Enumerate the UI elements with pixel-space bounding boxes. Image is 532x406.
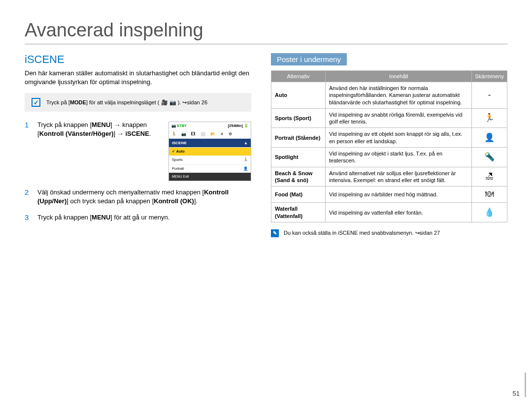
spotlight-icon: 🔦	[472, 148, 507, 167]
ds-row-auto: ✓ Auto	[169, 147, 251, 156]
left-column: iSCENE Den här kameran ställer automatis…	[25, 53, 251, 237]
step-body: Välj önskad undermeny och menyalternativ…	[37, 188, 251, 206]
options-table: Alternativ Innehåll Skärmmeny Auto Använ…	[271, 70, 507, 222]
ds-exit: MENU Exit	[169, 173, 251, 181]
step-number: 1	[25, 121, 31, 181]
page-number: 51	[513, 373, 526, 397]
intro-text: Den här kameran ställer automatiskt in s…	[25, 69, 251, 86]
step-number: 2	[25, 188, 31, 206]
sports-icon: 🏃	[472, 108, 507, 128]
tip-check-icon: ✓	[32, 98, 40, 107]
steps-list: 1 📷 STBY [254Min] 🔋 🏃 📷 🎞 ⬜ 📂 ☀ ⚙ iSCENE	[25, 121, 251, 222]
waterfall-icon: 💧	[472, 203, 507, 222]
table-row: Beach & Snow (Sand & snö) Använd alterna…	[271, 167, 507, 187]
step-1: 1 📷 STBY [254Min] 🔋 🏃 📷 🎞 ⬜ 📂 ☀ ⚙ iSCENE	[25, 121, 251, 181]
food-icon: 🍽	[472, 187, 507, 203]
table-row: Portrait (Stående) Vid inspelning av ett…	[271, 128, 507, 148]
table-row: Waterfall (Vattenfall) Vid inspelning av…	[271, 203, 507, 222]
page-title: Avancerad inspelning	[25, 20, 507, 41]
ds-row-sports: Sports🏃	[169, 156, 251, 164]
col-skarmmeny: Skärmmeny	[472, 71, 507, 82]
step-2: 2 Välj önskad undermeny och menyalternat…	[25, 188, 251, 206]
ds-row-portrait: Portrait👤	[169, 164, 251, 173]
step-3: 3 Tryck på knappen [MENU] för att gå ur …	[25, 213, 251, 222]
note-text: Du kan också ställa in iSCENE med snabbv…	[284, 230, 440, 236]
col-innehall: Innehåll	[326, 71, 472, 82]
note-row: ✎ Du kan också ställa in iSCENE med snab…	[271, 229, 507, 237]
section-heading: iSCENE	[25, 53, 251, 66]
device-screen-illustration: 📷 STBY [254Min] 🔋 🏃 📷 🎞 ⬜ 📂 ☀ ⚙ iSCENE ▲…	[168, 122, 251, 181]
tip-text: Tryck på [MODE] för att välja inspelning…	[46, 99, 207, 106]
ds-icon-row: 🏃 📷 🎞 ⬜ 📂 ☀ ⚙	[169, 130, 251, 139]
title-bar: Avancerad inspelning	[25, 20, 507, 44]
step-body: 📷 STBY [254Min] 🔋 🏃 📷 🎞 ⬜ 📂 ☀ ⚙ iSCENE ▲…	[37, 121, 251, 181]
step-number: 3	[25, 213, 31, 222]
col-alternativ: Alternativ	[271, 71, 326, 82]
portrait-icon: 👤	[472, 128, 507, 148]
table-row: Spotlight Vid inspelning av objekt i sta…	[271, 148, 507, 167]
scene-icon: -	[472, 82, 507, 109]
table-row: Auto Använd den här inställningen för no…	[271, 82, 507, 109]
table-row: Food (Mat) Vid inspelning av närbilder m…	[271, 187, 507, 203]
table-row: Sports (Sport) Vid inspelning av snabbt …	[271, 108, 507, 128]
submenu-title: Poster i undermeny	[271, 53, 347, 65]
tip-box: ✓ Tryck på [MODE] för att välja inspelni…	[25, 93, 251, 112]
right-column: Poster i undermeny Alternativ Innehåll S…	[271, 53, 507, 237]
beach-snow-icon: 🏖	[472, 167, 507, 187]
note-info-icon: ✎	[271, 229, 279, 237]
step-body: Tryck på knappen [MENU] för att gå ur me…	[37, 213, 251, 222]
